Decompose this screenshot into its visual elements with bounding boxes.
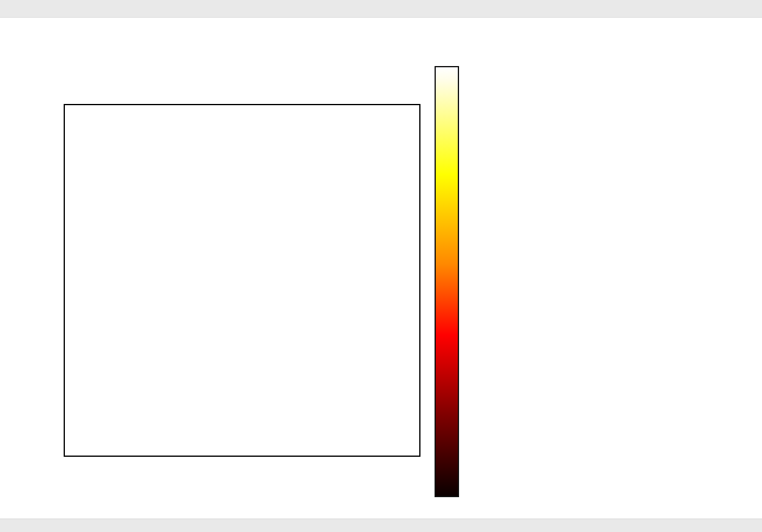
footer-strip [0, 519, 762, 532]
figure-overlay [0, 0, 762, 532]
qc-report-page [0, 0, 762, 532]
